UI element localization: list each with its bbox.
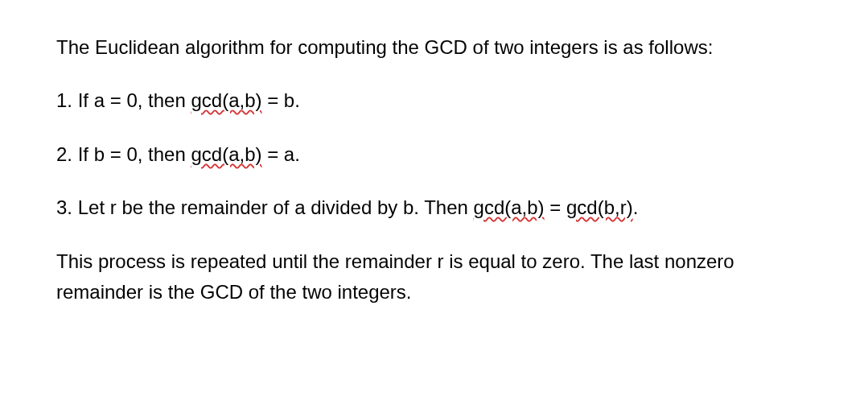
intro-paragraph: The Euclidean algorithm for computing th… <box>56 32 812 63</box>
step2-prefix: 2. If b = 0, then <box>56 143 191 165</box>
step-2: 2. If b = 0, then gcd(a,b) = a. <box>56 139 812 170</box>
intro-text: The Euclidean algorithm for computing th… <box>56 36 713 58</box>
step1-prefix: 1. If a = 0, then <box>56 89 191 111</box>
step2-gcd: gcd(a,b) <box>191 143 261 165</box>
step3-gcd2: gcd(b,r) <box>566 196 633 218</box>
step3-suffix: . <box>633 196 639 218</box>
step3-equals: = <box>545 196 566 218</box>
conclusion-text: This process is repeated until the remai… <box>56 250 734 303</box>
conclusion-paragraph: This process is repeated until the remai… <box>56 246 812 308</box>
step1-suffix: = b. <box>262 89 300 111</box>
step3-prefix: 3. Let r be the remainder of a divided b… <box>56 196 474 218</box>
step1-gcd: gcd(a,b) <box>191 89 261 111</box>
step-1: 1. If a = 0, then gcd(a,b) = b. <box>56 85 812 116</box>
step-3: 3. Let r be the remainder of a divided b… <box>56 192 812 223</box>
step3-gcd1: gcd(a,b) <box>474 196 545 218</box>
step2-suffix: = a. <box>262 143 300 165</box>
